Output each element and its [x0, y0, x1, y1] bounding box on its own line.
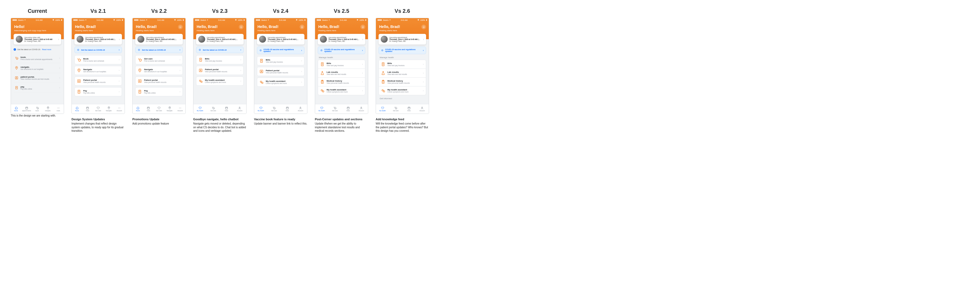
upcoming-appointment-card[interactable]: Upcoming appointmentThursday, June 4, 20…: [379, 34, 426, 45]
list-item[interactable]: My health assistantCheck symptoms and mo…: [318, 86, 365, 95]
version-title: Vs 2.4: [254, 8, 307, 14]
tab-getcare[interactable]: Get care: [267, 104, 281, 114]
tab-account[interactable]: Account: [175, 104, 185, 114]
list-item[interactable]: BillsView and pay invoices›: [318, 60, 365, 69]
tab-account[interactable]: Account: [355, 104, 368, 114]
list-item[interactable]: Medical historyView personal health reco…: [379, 78, 426, 86]
upcoming-appointment-card[interactable]: Upcoming video visitThursday, June 4, 20…: [14, 34, 61, 45]
battery-label: 100%: [55, 19, 60, 21]
tab-getcare[interactable]: Get care: [207, 104, 220, 114]
upcoming-appointment-card[interactable]: Upcoming appointmentThursday, June 4, 20…: [257, 34, 304, 45]
tab-getcare[interactable]: Get care: [328, 104, 342, 114]
tab-getcare[interactable]: Get Care: [93, 104, 103, 114]
covid-readmore-link[interactable]: Read more: [42, 49, 51, 50]
svg-point-154: [396, 108, 397, 108]
item-subtitle: Pay bills online: [83, 92, 116, 94]
list-item[interactable]: Get careFind a doctor and schedule›: [135, 55, 183, 64]
upcoming-appointment-card[interactable]: Upcoming appointmentThursday, June 4, 20…: [196, 34, 243, 45]
tab-label: Visits: [407, 110, 410, 111]
upcoming-appointment-card[interactable]: Upcoming appointmentThursday, June 4, 20…: [318, 34, 365, 45]
list-item[interactable]: navigate.Get directions in our hospitals…: [14, 63, 61, 73]
covid-banner[interactable]: Get the latest on COVID-19›: [135, 47, 183, 53]
tab-account[interactable]: Account: [114, 104, 125, 114]
item-subtitle: View personal health records: [83, 81, 116, 83]
tab-myhealth[interactable]: My health: [254, 104, 267, 114]
list-item[interactable]: patient portal.View medical records and …: [14, 73, 61, 83]
tab-myhealth[interactable]: My health: [315, 104, 328, 114]
list-item[interactable]: BillsView and pay invoices›: [196, 55, 243, 64]
chevron-right-icon: ›: [362, 89, 363, 92]
tab-appointments[interactable]: appointments.: [22, 104, 32, 114]
tab-visits[interactable]: Visits: [342, 104, 355, 114]
version-column: Vs 2.5▮▮▮▮Sketch▾9:41 AM✽100%▮Hello, Bra…: [315, 8, 368, 133]
tab-navigate[interactable]: navigate.: [43, 104, 53, 114]
notifications-button[interactable]: [178, 24, 183, 29]
list-item[interactable]: NavigateGet directions in our hospitals›: [135, 66, 183, 75]
list-item[interactable]: PayPay bills online›: [135, 87, 183, 96]
tab-visits[interactable]: Visits: [281, 104, 294, 114]
list-item[interactable]: NavigateGet directions in our hospitals›: [75, 66, 122, 75]
svg-point-159: [422, 107, 423, 108]
covid-info-row[interactable]: iGet the latest on COVID-19. Read more: [14, 48, 61, 51]
tab-visits[interactable]: Visits: [402, 104, 416, 114]
notifications-button[interactable]: [300, 24, 304, 29]
covid-banner[interactable]: COVID-19 vaccine and regulations updates…: [318, 47, 365, 54]
covid-banner[interactable]: Get the latest on COVID-19›: [75, 47, 122, 53]
tab-home[interactable]: Home: [72, 104, 83, 114]
covid-banner[interactable]: COVID-19 vaccine and regulations updates…: [379, 47, 426, 54]
upcoming-appointment-card[interactable]: Upcoming appointmentThursday, June 4, 20…: [75, 34, 122, 45]
tab-book[interactable]: book.: [32, 104, 43, 114]
list-item[interactable]: pay.Pay bills online›: [14, 83, 61, 93]
tab-account[interactable]: Account: [294, 104, 307, 114]
svg-point-25: [80, 59, 81, 60]
tab-myhealth[interactable]: My health: [376, 104, 389, 114]
list-item[interactable]: My health assistantCheck symptoms and mo…: [196, 76, 243, 86]
list-item[interactable]: Medical historyView personal health reco…: [318, 78, 365, 86]
dots-icon: [118, 107, 121, 110]
list-item[interactable]: BillsView and pay invoices›: [379, 60, 426, 69]
status-bar: ▮▮▮▮Sketch▾9:41 AM✽100%▮: [11, 18, 64, 22]
list-item[interactable]: My health assistantCheck symptoms and mo…: [379, 86, 426, 95]
tab-navigate[interactable]: Navigate: [103, 104, 114, 114]
dots-icon: [57, 107, 60, 110]
tab-home[interactable]: home.: [11, 104, 22, 114]
tab-navigate[interactable]: Navigate: [164, 104, 175, 114]
greeting-subtitle: Healing starts here: [197, 29, 243, 32]
tab-visits[interactable]: Visits: [220, 104, 233, 114]
list-item[interactable]: Lab resultsView labs and test results›: [379, 69, 426, 78]
notifications-button[interactable]: [361, 24, 365, 29]
tab-getcare[interactable]: Get Care: [154, 104, 164, 114]
tab-label: Visits: [346, 110, 350, 111]
tab-myhealth[interactable]: My health: [193, 104, 207, 114]
greeting-title: Hello!: [14, 24, 60, 29]
covid-banner[interactable]: COVID-19 vaccine and regulations updates…: [257, 47, 304, 54]
tab-account[interactable]: Account: [416, 104, 429, 114]
upcoming-appointment-card[interactable]: Upcoming appointmentThursday, June 4, 20…: [135, 34, 183, 45]
list-item[interactable]: BillsView and pay invoices›: [257, 56, 304, 65]
list-item[interactable]: My health assistantCheck symptoms and mo…: [257, 78, 304, 87]
tab-getcare[interactable]: Get care: [389, 104, 402, 114]
list-item[interactable]: Patient portalView personal health recor…: [196, 66, 243, 75]
notifications-button[interactable]: [239, 24, 243, 29]
list-item[interactable]: book.Find a doctor and schedule appointm…: [14, 53, 61, 63]
tab-visits[interactable]: Visits: [143, 104, 154, 114]
notifications-button[interactable]: [421, 24, 426, 29]
greeting-header: Hello, Brad!Healing starts hereUpcoming …: [376, 22, 429, 39]
status-bar: ▮▮▮▮Sketch▾9:41 AM✽100%▮: [193, 18, 246, 22]
tab-account[interactable]: Account: [233, 104, 247, 114]
tab-more[interactable]: more.: [53, 104, 64, 114]
list-item[interactable]: PayPay bills online›: [75, 87, 122, 96]
list-item[interactable]: Lab resultsView labs and test results›: [318, 69, 365, 78]
covid-banner[interactable]: Get the latest on COVID-19›: [196, 47, 243, 53]
list-item[interactable]: Patient portalView personal health recor…: [257, 67, 304, 76]
list-item[interactable]: Patient portalView personal health recor…: [135, 76, 183, 86]
tab-label: Visits: [225, 110, 228, 111]
svg-point-135: [382, 50, 383, 51]
chevron-right-icon: ›: [180, 38, 181, 41]
tab-visits[interactable]: Visits: [83, 104, 93, 114]
home-icon: [136, 107, 140, 110]
tab-home[interactable]: Home: [133, 104, 143, 114]
list-item[interactable]: BookFind a doctor and schedule›: [75, 55, 122, 64]
phone-body: Get the latest on COVID-19›Get careFind …: [133, 39, 185, 104]
list-item[interactable]: Patient portalView personal health recor…: [75, 76, 122, 86]
